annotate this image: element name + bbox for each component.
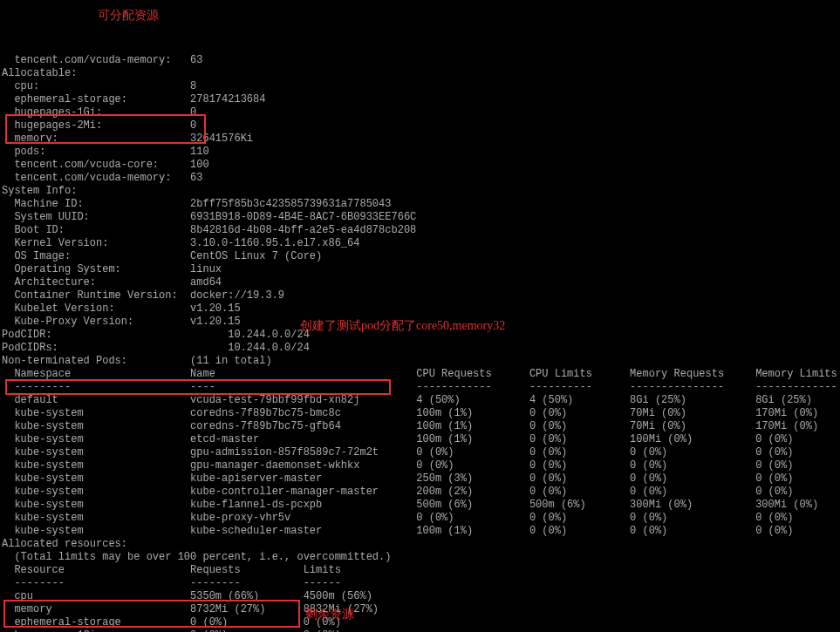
annotation-allocatable: 可分配资源 (98, 9, 159, 22)
terminal-output: tencent.com/vcuda-memory: 63 Allocatable… (2, 54, 838, 632)
